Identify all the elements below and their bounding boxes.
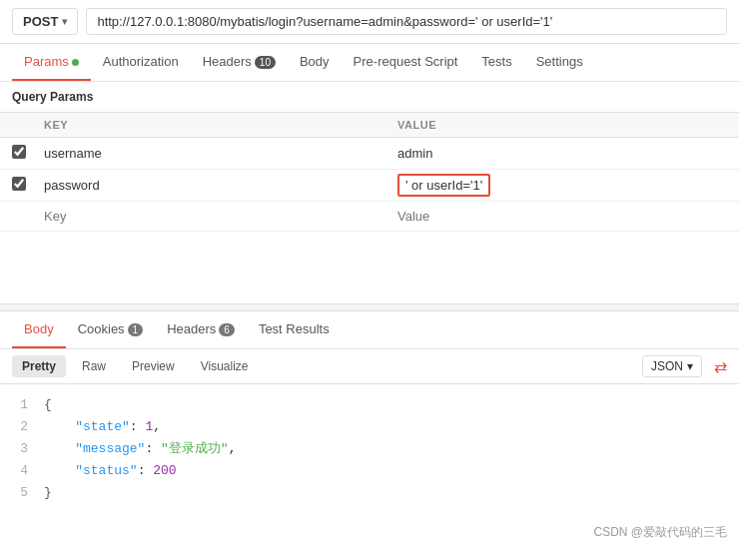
row1-value-input[interactable]	[397, 146, 727, 161]
row2-key-input[interactable]	[44, 178, 373, 193]
tab-headers[interactable]: Headers10	[191, 44, 288, 81]
response-tab-headers[interactable]: Headers6	[155, 311, 247, 348]
row1-key-input[interactable]	[44, 146, 373, 161]
empty-value-input[interactable]	[397, 209, 727, 224]
code-area: 1 { 2 "state": 1, 3 "message": "登录成功", 4…	[0, 384, 739, 514]
response-tab-body[interactable]: Body	[12, 311, 66, 348]
format-preview-button[interactable]: Preview	[122, 355, 185, 377]
table-row-empty	[0, 202, 739, 232]
table-row	[0, 138, 739, 170]
method-label: POST	[23, 14, 58, 29]
empty-key	[32, 202, 385, 232]
json-chevron-icon: ▾	[687, 359, 693, 373]
code-line-3: 3 "message": "登录成功",	[12, 438, 727, 460]
format-visualize-button[interactable]: Visualize	[191, 355, 259, 377]
params-table-header: KEY VALUE	[0, 113, 739, 138]
row1-key	[32, 138, 385, 170]
request-tabs: Params Authorization Headers10 Body Pre-…	[0, 44, 739, 82]
row2-key	[32, 170, 385, 202]
response-tabs: Body Cookies1 Headers6 Test Results	[0, 311, 739, 349]
headers-badge: 10	[255, 56, 276, 69]
url-input[interactable]	[86, 8, 727, 35]
table-row: ' or userId='1'	[0, 170, 739, 202]
json-label: JSON	[651, 359, 683, 373]
tab-authorization[interactable]: Authorization	[91, 44, 191, 81]
response-tab-test-results[interactable]: Test Results	[247, 311, 342, 348]
format-bar: Pretty Raw Preview Visualize JSON ▾ ⇄	[0, 349, 739, 384]
format-pretty-button[interactable]: Pretty	[12, 355, 66, 377]
params-dot	[72, 59, 79, 66]
code-line-5: 5 }	[12, 482, 727, 504]
row2-checkbox[interactable]	[12, 177, 26, 191]
row2-value: ' or userId='1'	[385, 170, 739, 202]
method-select[interactable]: POST ▾	[12, 8, 78, 35]
spacer	[0, 232, 739, 291]
filter-icon[interactable]: ⇄	[714, 357, 727, 376]
tab-body[interactable]: Body	[288, 44, 342, 81]
empty-key-input[interactable]	[44, 209, 373, 224]
col-key: KEY	[32, 113, 385, 138]
tab-params[interactable]: Params	[12, 44, 91, 81]
empty-value	[385, 202, 739, 232]
tab-pre-request-script[interactable]: Pre-request Script	[342, 44, 470, 81]
tab-settings[interactable]: Settings	[524, 44, 595, 81]
params-table: KEY VALUE ' or userId='1'	[0, 113, 739, 232]
query-params-header: Query Params	[0, 82, 739, 113]
watermark: CSDN @爱敲代码的三毛	[0, 514, 739, 551]
code-line-1: 1 {	[12, 394, 727, 416]
cookies-badge: 1	[128, 323, 144, 336]
format-raw-button[interactable]: Raw	[72, 355, 116, 377]
col-value: VALUE	[385, 113, 739, 138]
tab-tests[interactable]: Tests	[469, 44, 523, 81]
row1-value	[385, 138, 739, 170]
url-bar: POST ▾	[0, 0, 739, 44]
row1-checkbox[interactable]	[12, 145, 26, 159]
code-line-4: 4 "status": 200	[12, 460, 727, 482]
response-tab-cookies[interactable]: Cookies1	[66, 311, 156, 348]
row2-value-highlighted: ' or userId='1'	[397, 174, 490, 197]
code-line-2: 2 "state": 1,	[12, 416, 727, 438]
headers-response-badge: 6	[219, 323, 235, 336]
json-format-select[interactable]: JSON ▾	[642, 355, 702, 377]
section-divider	[0, 303, 739, 311]
method-chevron-icon: ▾	[62, 16, 67, 27]
